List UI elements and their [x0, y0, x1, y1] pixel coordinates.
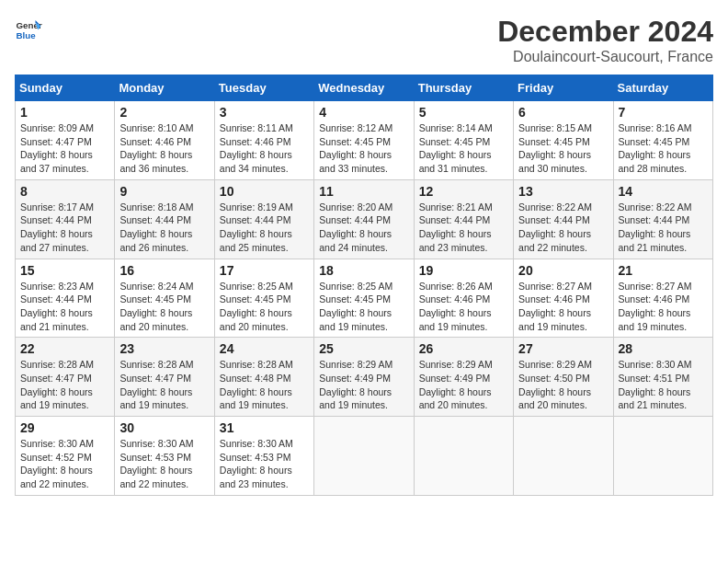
calendar-cell: 30Sunrise: 8:30 AMSunset: 4:53 PMDayligh… [115, 417, 214, 496]
day-number: 15 [20, 263, 109, 278]
day-info: Sunrise: 8:25 AMSunset: 4:45 PMDaylight:… [220, 280, 309, 334]
calendar-cell: 23Sunrise: 8:28 AMSunset: 4:47 PMDayligh… [115, 338, 214, 417]
day-number: 24 [220, 341, 309, 356]
calendar-cell: 26Sunrise: 8:29 AMSunset: 4:49 PMDayligh… [414, 338, 513, 417]
calendar-cell: 16Sunrise: 8:24 AMSunset: 4:45 PMDayligh… [115, 259, 214, 338]
calendar-cell: 20Sunrise: 8:27 AMSunset: 4:46 PMDayligh… [514, 259, 613, 338]
day-info: Sunrise: 8:30 AMSunset: 4:51 PMDaylight:… [619, 358, 708, 412]
calendar-week-row: 22Sunrise: 8:28 AMSunset: 4:47 PMDayligh… [16, 338, 713, 417]
day-number: 9 [119, 184, 209, 199]
calendar-body: 1Sunrise: 8:09 AMSunset: 4:47 PMDaylight… [16, 101, 713, 496]
day-number: 21 [619, 263, 708, 278]
calendar-cell: 19Sunrise: 8:26 AMSunset: 4:46 PMDayligh… [414, 259, 513, 338]
weekday-header-tuesday: Tuesday [214, 75, 313, 101]
calendar-cell: 12Sunrise: 8:21 AMSunset: 4:44 PMDayligh… [414, 179, 513, 259]
day-info: Sunrise: 8:28 AMSunset: 4:48 PMDaylight:… [220, 358, 309, 412]
day-number: 1 [20, 105, 109, 120]
day-number: 2 [119, 105, 209, 120]
weekday-header-sunday: Sunday [16, 75, 115, 101]
calendar-cell: 22Sunrise: 8:28 AMSunset: 4:47 PMDayligh… [16, 338, 115, 417]
day-info: Sunrise: 8:16 AMSunset: 4:45 PMDaylight:… [619, 121, 708, 176]
day-number: 18 [319, 263, 408, 278]
day-info: Sunrise: 8:18 AMSunset: 4:44 PMDaylight:… [119, 201, 209, 255]
day-number: 31 [220, 420, 309, 435]
logo-icon: General Blue [15, 15, 42, 42]
calendar-cell: 4Sunrise: 8:12 AMSunset: 4:45 PMDaylight… [314, 101, 414, 180]
calendar-cell: 8Sunrise: 8:17 AMSunset: 4:44 PMDaylight… [16, 179, 115, 259]
day-info: Sunrise: 8:26 AMSunset: 4:46 PMDaylight:… [419, 280, 508, 334]
day-info: Sunrise: 8:30 AMSunset: 4:53 PMDaylight:… [119, 437, 209, 491]
day-number: 3 [220, 105, 309, 120]
calendar-cell: 18Sunrise: 8:25 AMSunset: 4:45 PMDayligh… [314, 259, 414, 338]
day-number: 12 [419, 184, 508, 199]
calendar-cell: 15Sunrise: 8:23 AMSunset: 4:44 PMDayligh… [16, 259, 115, 338]
day-info: Sunrise: 8:30 AMSunset: 4:53 PMDaylight:… [220, 437, 309, 491]
calendar-cell: 6Sunrise: 8:15 AMSunset: 4:45 PMDaylight… [514, 101, 613, 180]
day-number: 27 [518, 341, 608, 356]
day-number: 28 [619, 341, 708, 356]
calendar-week-row: 8Sunrise: 8:17 AMSunset: 4:44 PMDaylight… [16, 179, 713, 259]
calendar-table: SundayMondayTuesdayWednesdayThursdayFrid… [15, 75, 713, 496]
calendar-cell: 27Sunrise: 8:29 AMSunset: 4:50 PMDayligh… [514, 338, 613, 417]
calendar-cell: 31Sunrise: 8:30 AMSunset: 4:53 PMDayligh… [214, 417, 313, 496]
day-info: Sunrise: 8:12 AMSunset: 4:45 PMDaylight:… [319, 121, 408, 176]
day-info: Sunrise: 8:27 AMSunset: 4:46 PMDaylight:… [518, 280, 608, 334]
weekday-row: SundayMondayTuesdayWednesdayThursdayFrid… [16, 75, 713, 101]
day-info: Sunrise: 8:29 AMSunset: 4:50 PMDaylight:… [518, 358, 608, 412]
day-info: Sunrise: 8:20 AMSunset: 4:44 PMDaylight:… [319, 201, 408, 255]
logo: General Blue [15, 15, 42, 42]
day-number: 19 [419, 263, 508, 278]
day-number: 11 [319, 184, 408, 199]
weekday-header-friday: Friday [514, 75, 613, 101]
day-info: Sunrise: 8:27 AMSunset: 4:46 PMDaylight:… [619, 280, 708, 334]
calendar-cell: 17Sunrise: 8:25 AMSunset: 4:45 PMDayligh… [214, 259, 313, 338]
day-number: 29 [20, 420, 109, 435]
calendar-week-row: 1Sunrise: 8:09 AMSunset: 4:47 PMDaylight… [16, 101, 713, 180]
title-area: December 2024 Doulaincourt-Saucourt, Fra… [497, 15, 713, 65]
page-header: General Blue December 2024 Doulaincourt-… [15, 15, 713, 65]
weekday-header-monday: Monday [115, 75, 214, 101]
day-number: 23 [119, 341, 209, 356]
calendar-cell: 29Sunrise: 8:30 AMSunset: 4:52 PMDayligh… [16, 417, 115, 496]
day-number: 13 [518, 184, 608, 199]
weekday-header-thursday: Thursday [414, 75, 513, 101]
month-title: December 2024 [497, 15, 713, 49]
calendar-cell: 28Sunrise: 8:30 AMSunset: 4:51 PMDayligh… [613, 338, 712, 417]
calendar-week-row: 29Sunrise: 8:30 AMSunset: 4:52 PMDayligh… [16, 417, 713, 496]
day-number: 20 [518, 263, 608, 278]
day-info: Sunrise: 8:22 AMSunset: 4:44 PMDaylight:… [619, 201, 708, 255]
calendar-cell: 24Sunrise: 8:28 AMSunset: 4:48 PMDayligh… [214, 338, 313, 417]
calendar-cell: 14Sunrise: 8:22 AMSunset: 4:44 PMDayligh… [613, 179, 712, 259]
day-number: 8 [20, 184, 109, 199]
day-number: 5 [419, 105, 508, 120]
calendar-cell: 7Sunrise: 8:16 AMSunset: 4:45 PMDaylight… [613, 101, 712, 180]
day-info: Sunrise: 8:30 AMSunset: 4:52 PMDaylight:… [20, 437, 109, 491]
day-number: 16 [119, 263, 209, 278]
day-info: Sunrise: 8:29 AMSunset: 4:49 PMDaylight:… [419, 358, 508, 412]
day-info: Sunrise: 8:11 AMSunset: 4:46 PMDaylight:… [220, 121, 309, 176]
calendar-cell [613, 417, 712, 496]
svg-text:Blue: Blue [17, 30, 37, 40]
day-info: Sunrise: 8:09 AMSunset: 4:47 PMDaylight:… [20, 121, 109, 176]
day-info: Sunrise: 8:24 AMSunset: 4:45 PMDaylight:… [119, 280, 209, 334]
day-number: 14 [619, 184, 708, 199]
calendar-cell [514, 417, 613, 496]
day-info: Sunrise: 8:22 AMSunset: 4:44 PMDaylight:… [518, 201, 608, 255]
day-info: Sunrise: 8:29 AMSunset: 4:49 PMDaylight:… [319, 358, 408, 412]
day-info: Sunrise: 8:19 AMSunset: 4:44 PMDaylight:… [220, 201, 309, 255]
calendar-cell: 5Sunrise: 8:14 AMSunset: 4:45 PMDaylight… [414, 101, 513, 180]
day-number: 26 [419, 341, 508, 356]
day-info: Sunrise: 8:28 AMSunset: 4:47 PMDaylight:… [119, 358, 209, 412]
day-info: Sunrise: 8:14 AMSunset: 4:45 PMDaylight:… [419, 121, 508, 176]
day-number: 7 [619, 105, 708, 120]
calendar-cell [414, 417, 513, 496]
day-number: 30 [119, 420, 209, 435]
calendar-cell: 3Sunrise: 8:11 AMSunset: 4:46 PMDaylight… [214, 101, 313, 180]
calendar-cell: 1Sunrise: 8:09 AMSunset: 4:47 PMDaylight… [16, 101, 115, 180]
calendar-cell: 10Sunrise: 8:19 AMSunset: 4:44 PMDayligh… [214, 179, 313, 259]
day-info: Sunrise: 8:17 AMSunset: 4:44 PMDaylight:… [20, 201, 109, 255]
day-number: 4 [319, 105, 408, 120]
day-info: Sunrise: 8:28 AMSunset: 4:47 PMDaylight:… [20, 358, 109, 412]
day-number: 10 [220, 184, 309, 199]
day-number: 6 [518, 105, 608, 120]
